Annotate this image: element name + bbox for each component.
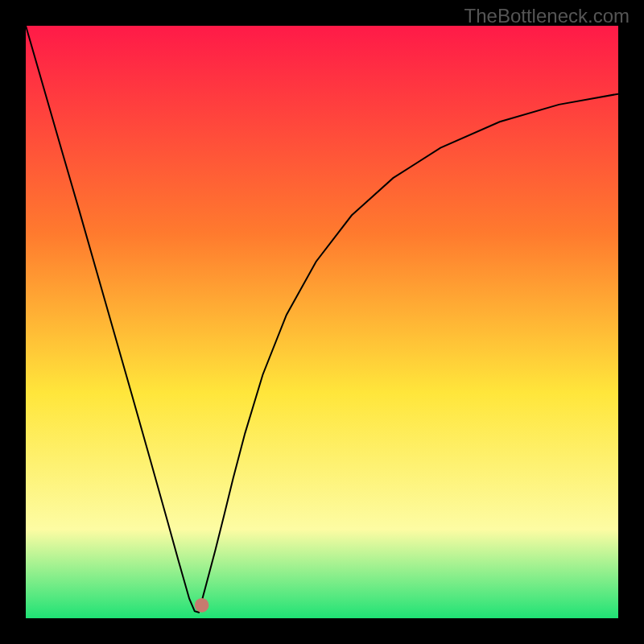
watermark-text: TheBottleneck.com [464, 5, 630, 27]
bottleneck-chart [26, 26, 618, 618]
chart-svg [26, 26, 618, 618]
chart-background [26, 26, 618, 618]
optimum-marker [195, 598, 209, 613]
